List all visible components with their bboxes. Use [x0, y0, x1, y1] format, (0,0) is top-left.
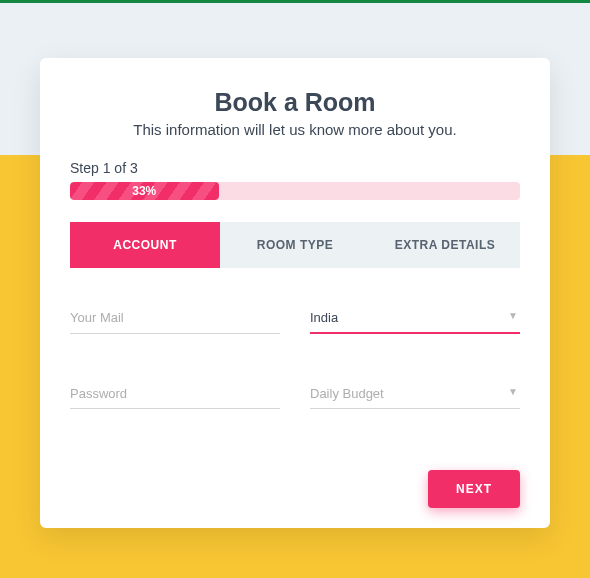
form-grid: Your Mail India ▼ Password Daily Budget … — [70, 308, 520, 409]
password-placeholder: Password — [70, 386, 127, 401]
country-value: India — [310, 310, 338, 325]
progress-percent: 33% — [132, 184, 156, 198]
email-placeholder: Your Mail — [70, 310, 124, 325]
budget-placeholder: Daily Budget — [310, 386, 384, 401]
email-field[interactable]: Your Mail — [70, 308, 280, 334]
next-button[interactable]: NEXT — [428, 470, 520, 508]
tab-extra-details[interactable]: EXTRA DETAILS — [370, 222, 520, 268]
page-subtitle: This information will let us know more a… — [70, 121, 520, 138]
chevron-down-icon: ▼ — [508, 310, 518, 321]
progress-fill: 33% — [70, 182, 219, 200]
booking-card: Book a Room This information will let us… — [40, 58, 550, 528]
password-field[interactable]: Password — [70, 384, 280, 409]
tab-label: ACCOUNT — [113, 238, 177, 252]
country-select[interactable]: India ▼ — [310, 308, 520, 334]
tab-room-type[interactable]: ROOM TYPE — [220, 222, 370, 268]
progress-bar: 33% — [70, 182, 520, 200]
tabs: ACCOUNT ROOM TYPE EXTRA DETAILS — [70, 222, 520, 268]
budget-select[interactable]: Daily Budget ▼ — [310, 384, 520, 409]
tab-account[interactable]: ACCOUNT — [70, 222, 220, 268]
tab-label: EXTRA DETAILS — [395, 238, 496, 252]
step-label: Step 1 of 3 — [70, 160, 520, 176]
actions: NEXT — [70, 440, 520, 508]
chevron-down-icon: ▼ — [508, 386, 518, 397]
page-title: Book a Room — [70, 88, 520, 117]
tab-label: ROOM TYPE — [257, 238, 334, 252]
top-border — [0, 0, 590, 3]
